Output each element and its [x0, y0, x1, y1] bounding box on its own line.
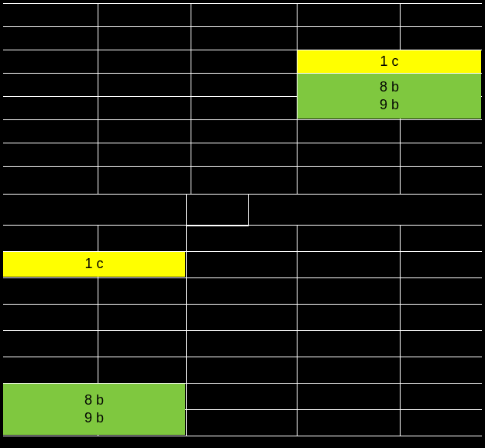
grid-line [3, 119, 482, 120]
grid-line [3, 26, 482, 27]
top-yellow-cell: 1 c [298, 50, 481, 73]
top-green-cell: 8 b 9 b [298, 74, 481, 119]
left-yellow-cell: 1 c [3, 252, 185, 277]
empty-cell [186, 194, 249, 226]
grid-line [400, 225, 401, 436]
cell-text: 9 b [84, 409, 104, 427]
cell-text: 1 c [84, 255, 103, 273]
grid-line [3, 330, 482, 331]
grid-line [297, 225, 298, 436]
cell-text: 8 b [380, 78, 399, 96]
grid-line [3, 143, 482, 143]
grid-line [191, 3, 191, 194]
bottom-green-cell: 8 b 9 b [3, 384, 185, 435]
grid-line [3, 436, 482, 436]
diagram-stage: 1 c 8 b 9 b 1 c 8 b 9 b [0, 0, 485, 448]
grid-line [3, 166, 482, 167]
grid-line [3, 3, 482, 4]
grid-line [186, 225, 187, 436]
grid-line [3, 304, 482, 305]
grid-line [3, 277, 482, 278]
cell-text: 9 b [380, 96, 399, 114]
cell-text: 1 c [380, 53, 398, 71]
grid-line [98, 3, 98, 194]
grid-line [3, 357, 482, 357]
cell-text: 8 b [84, 391, 104, 409]
